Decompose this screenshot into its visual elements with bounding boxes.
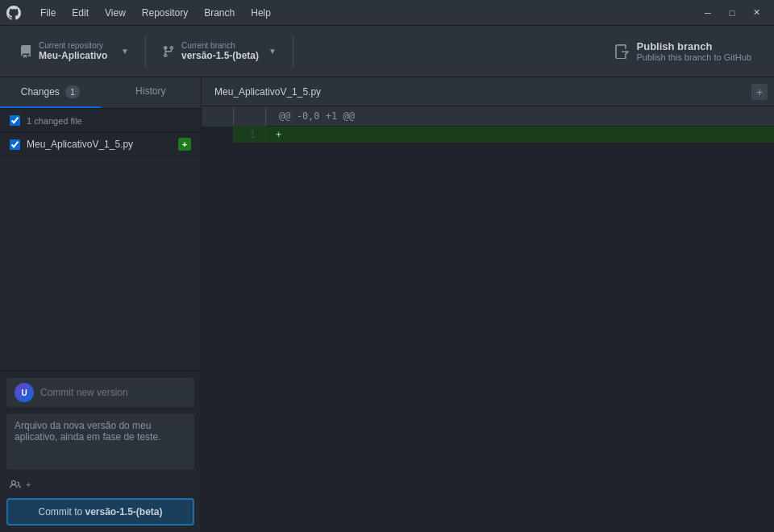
diff-line-num-old xyxy=(202,127,234,143)
select-all-checkbox[interactable] xyxy=(10,115,20,126)
menu-branch[interactable]: Branch xyxy=(198,4,241,22)
branch-info: Current branch versão-1.5-(beta) xyxy=(181,41,259,61)
toolbar-divider-2 xyxy=(293,35,293,68)
diff-line-num-new: 1 xyxy=(234,127,266,143)
commit-area: U Arquivo da nova versão do meu aplicati… xyxy=(0,371,201,532)
repo-info: Current repository Meu-Aplicativo xyxy=(39,41,111,61)
file-tab-bar: Meu_AplicativoV_1_5.py + xyxy=(202,77,774,106)
file-list-summary: 1 changed file xyxy=(27,116,82,126)
tab-history[interactable]: History xyxy=(101,77,202,108)
publish-icon xyxy=(614,44,629,59)
current-branch-button[interactable]: Current branch versão-1.5-(beta) ▼ xyxy=(152,35,286,68)
changes-badge: 1 xyxy=(65,85,80,98)
publish-title: Publish branch xyxy=(637,40,713,52)
diff-view: @@ -0,0 +1 @@ 1 + xyxy=(202,106,774,532)
commit-button[interactable]: Commit to versão-1.5-(beta) xyxy=(6,498,194,526)
diff-meta-right-gutter xyxy=(234,106,266,127)
sidebar-tabs: Changes 1 History xyxy=(0,77,201,109)
commit-description-input[interactable]: Arquivo da nova versão do meu aplicativo… xyxy=(6,414,194,470)
sidebar: Changes 1 History 1 changed file Meu_Apl… xyxy=(0,77,202,532)
co-author-icon xyxy=(10,479,21,490)
branch-dropdown-icon: ▼ xyxy=(268,47,277,56)
title-bar: File Edit View Repository Branch Help ─ … xyxy=(0,0,774,26)
publish-info: Publish branch Publish this branch to Gi… xyxy=(637,40,751,62)
menu-view[interactable]: View xyxy=(98,4,132,22)
publish-branch-button[interactable]: Publish branch Publish this branch to Gi… xyxy=(601,34,764,69)
menu-repository[interactable]: Repository xyxy=(135,4,194,22)
title-bar-left: File Edit View Repository Branch Help xyxy=(6,4,277,22)
file-list: 1 changed file Meu_AplicativoV_1_5.py + xyxy=(0,109,201,371)
menu-bar: File Edit View Repository Branch Help xyxy=(34,4,277,22)
menu-edit[interactable]: Edit xyxy=(65,4,95,22)
menu-file[interactable]: File xyxy=(34,4,62,22)
title-bar-right: ─ □ ✕ xyxy=(697,5,768,21)
file-checkbox[interactable] xyxy=(10,139,20,150)
toolbar-divider-1 xyxy=(145,35,146,68)
diff-added-line: 1 + xyxy=(202,127,774,143)
repo-value: Meu-Aplicativo xyxy=(39,50,107,61)
diff-file-name: Meu_AplicativoV_1_5.py xyxy=(208,86,327,98)
maximize-button[interactable]: □ xyxy=(721,5,743,21)
branch-icon xyxy=(162,45,175,58)
main-layout: Changes 1 History 1 changed file Meu_Apl… xyxy=(0,77,774,532)
publish-subtitle: Publish this branch to GitHub xyxy=(637,52,751,62)
diff-meta-content: @@ -0,0 +1 @@ xyxy=(266,106,774,127)
diff-meta-left-gutter xyxy=(202,106,234,127)
tab-changes[interactable]: Changes 1 xyxy=(0,77,101,108)
toolbar: Current repository Meu-Aplicativo ▼ Curr… xyxy=(0,26,774,77)
file-list-header: 1 changed file xyxy=(0,109,201,133)
commit-title-input[interactable] xyxy=(40,387,186,398)
branch-label: Current branch xyxy=(181,41,235,50)
co-author-row: + xyxy=(6,477,194,492)
repo-icon xyxy=(19,45,32,58)
file-status-added-icon: + xyxy=(178,138,191,151)
file-item: Meu_AplicativoV_1_5.py + xyxy=(0,133,201,156)
branch-value: versão-1.5-(beta) xyxy=(181,50,259,61)
diff-content: Meu_AplicativoV_1_5.py + @@ -0,0 +1 @@ 1… xyxy=(202,77,774,532)
add-file-tab-button[interactable]: + xyxy=(751,84,768,100)
avatar: U xyxy=(15,383,34,402)
commit-summary: U xyxy=(6,378,194,407)
repo-dropdown-icon: ▼ xyxy=(121,47,129,56)
repo-label: Current repository xyxy=(39,41,103,50)
diff-line-content: + xyxy=(266,127,774,143)
close-button[interactable]: ✕ xyxy=(745,5,768,21)
co-author-label: + xyxy=(26,480,31,489)
minimize-button[interactable]: ─ xyxy=(697,5,719,21)
commit-btn-branch: versão-1.5-(beta) xyxy=(85,506,162,517)
github-logo-icon xyxy=(6,6,21,20)
file-name: Meu_AplicativoV_1_5.py xyxy=(27,139,172,150)
menu-help[interactable]: Help xyxy=(244,4,277,22)
commit-btn-prefix: Commit to xyxy=(38,506,85,517)
current-repo-button[interactable]: Current repository Meu-Aplicativo ▼ xyxy=(10,35,139,68)
diff-meta-line: @@ -0,0 +1 @@ xyxy=(202,106,774,127)
